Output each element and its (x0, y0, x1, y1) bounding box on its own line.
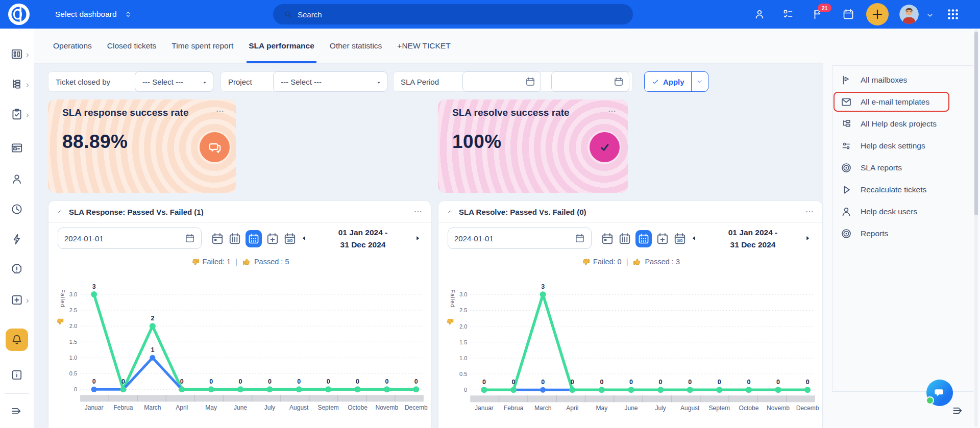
collapse-chevron-icon[interactable] (447, 208, 454, 215)
add-new-button[interactable] (866, 3, 889, 26)
prev-period-button[interactable] (301, 235, 308, 242)
card-title: SLA response success rate (62, 107, 188, 118)
svg-text:365: 365 (677, 239, 683, 242)
chart-date-input[interactable]: 2024-01-01 (448, 228, 592, 249)
sliders-icon (840, 140, 852, 152)
rail-item-octagon-alert[interactable] (4, 258, 30, 281)
calendar-day-icon[interactable] (211, 232, 224, 245)
calendar-icon[interactable] (525, 77, 535, 87)
clipboard-check-icon (10, 108, 23, 121)
svg-text:1: 1 (151, 346, 154, 354)
calendar-view-switcher: 365 (211, 230, 297, 247)
profile-icon[interactable] (753, 8, 766, 20)
rail-divider (5, 393, 29, 394)
panel-menu-icon[interactable] (805, 207, 814, 216)
svg-text:Octobe: Octobe (348, 404, 368, 411)
prev-period-button[interactable] (691, 235, 698, 242)
chart-date-input[interactable]: 2024-01-01 (58, 228, 202, 249)
rail-item-bell[interactable] (6, 329, 28, 351)
tab-operations[interactable]: Operations (53, 29, 92, 63)
calendar-week-icon[interactable] (228, 232, 241, 245)
sidebar-item-recalculate-tickets[interactable]: Recalculate tickets (832, 179, 973, 200)
calendar-year-icon[interactable]: 365 (283, 232, 297, 245)
apply-button[interactable]: Apply (644, 71, 708, 92)
sidebar-item-all-mailboxes[interactable]: All mailboxes (832, 69, 973, 91)
dashboard-selector[interactable]: Select dashboard (55, 0, 132, 29)
info-square-icon (10, 368, 23, 382)
notification-badge: 21 (818, 4, 831, 12)
next-period-button[interactable] (414, 235, 421, 242)
live-chat-button[interactable] (926, 380, 953, 406)
svg-text:Januar: Januar (475, 405, 494, 412)
svg-text:0: 0 (571, 379, 574, 386)
apps-grid-icon[interactable] (946, 8, 960, 21)
svg-text:0: 0 (327, 378, 330, 385)
tab-sla-performance[interactable]: SLA performance (249, 29, 314, 63)
svg-text:June: June (234, 404, 247, 411)
svg-text:0: 0 (747, 379, 750, 386)
scrollbar-thumb[interactable] (974, 32, 978, 215)
calendar-month-view-active[interactable] (246, 230, 262, 247)
sidebar-item-help-desk-settings[interactable]: Help desk settings (832, 135, 973, 157)
calendar-icon[interactable] (185, 233, 195, 243)
user-avatar[interactable] (899, 5, 919, 24)
notifications-flag-icon[interactable]: 21 (812, 8, 824, 20)
rail-item-info-square[interactable] (4, 364, 30, 386)
tab-other-statistics[interactable]: Other statistics (330, 29, 382, 63)
dashboard-tabs: OperationsClosed ticketsTime spent repor… (34, 29, 823, 64)
svg-text:0: 0 (297, 378, 301, 385)
rail-item-expand[interactable] (4, 400, 30, 422)
svg-text:2.5: 2.5 (69, 307, 77, 313)
tasks-checklist-icon[interactable] (782, 8, 794, 20)
project-select[interactable]: --- Select --- (273, 71, 387, 92)
calendar-month-view-active[interactable] (635, 230, 652, 247)
rail-item-clipboard-check[interactable] (4, 103, 30, 125)
panel-menu-icon[interactable] (413, 207, 423, 216)
calendar-icon[interactable] (575, 233, 585, 243)
sla-period-to-input[interactable] (551, 71, 629, 92)
tab-new-ticket[interactable]: +NEW TICKET (397, 29, 450, 63)
calendar-week-icon[interactable] (618, 232, 631, 245)
sidebar-item-sla-reports[interactable]: SLA reports (832, 157, 973, 179)
onedesk-logo[interactable] (7, 3, 31, 26)
rail-item-clock[interactable] (4, 198, 30, 220)
calendar-add-icon[interactable] (656, 232, 669, 245)
svg-text:0.5: 0.5 (459, 371, 467, 377)
rail-item-dashboard-panels[interactable] (4, 43, 30, 65)
sidebar-item-all-e-mail-templates[interactable]: All e-mail templates (832, 91, 973, 113)
tab-time-spent-report[interactable]: Time spent report (172, 29, 233, 63)
calendar-topbar-icon[interactable] (842, 8, 854, 20)
collapse-panel-icon[interactable] (951, 404, 965, 417)
projects-tree-icon (840, 118, 852, 130)
collapse-chevron-icon[interactable] (57, 208, 64, 215)
card-menu-icon[interactable] (607, 107, 617, 116)
svg-text:March: March (144, 404, 161, 411)
calendar-year-icon[interactable]: 365 (673, 232, 687, 245)
rail-item-square-plus[interactable] (4, 289, 30, 311)
apply-options-caret[interactable] (692, 78, 708, 85)
calendar-add-icon[interactable] (266, 232, 279, 245)
sidebar-item-reports[interactable]: Reports (832, 222, 973, 244)
rail-item-tree[interactable] (4, 73, 30, 95)
tab-closed-tickets[interactable]: Closed tickets (107, 29, 156, 63)
rail-item-person[interactable] (4, 168, 30, 190)
sla-resolve-rate-card: SLA resolve success rate 100% (438, 99, 628, 193)
left-navigation-rail (0, 29, 34, 428)
svg-text:Decemb: Decemb (796, 405, 819, 412)
sidebar-item-all-help-desk-projects[interactable]: All Help desk projects (832, 113, 973, 135)
ticket-closed-by-select[interactable]: --- Select --- (135, 71, 213, 92)
search-input[interactable]: Search (273, 4, 633, 24)
sla-period-from-input[interactable] (462, 71, 541, 92)
card-value: 88.89% (62, 131, 128, 153)
calendar-day-icon[interactable] (601, 232, 614, 245)
rail-item-lightning[interactable] (4, 228, 30, 250)
next-period-button[interactable] (804, 235, 811, 242)
sidebar-item-help-desk-users[interactable]: Help desk users (832, 200, 973, 222)
svg-text:Septem: Septem (317, 404, 338, 411)
dashboard-selector-label: Select dashboard (55, 10, 117, 19)
card-menu-icon[interactable] (215, 107, 225, 116)
rail-item-browser-card[interactable] (4, 137, 30, 159)
calendar-icon[interactable] (614, 77, 624, 87)
sla-response-rate-card: SLA response success rate 88.89% (48, 99, 236, 193)
avatar-chevron-icon[interactable] (926, 11, 934, 19)
